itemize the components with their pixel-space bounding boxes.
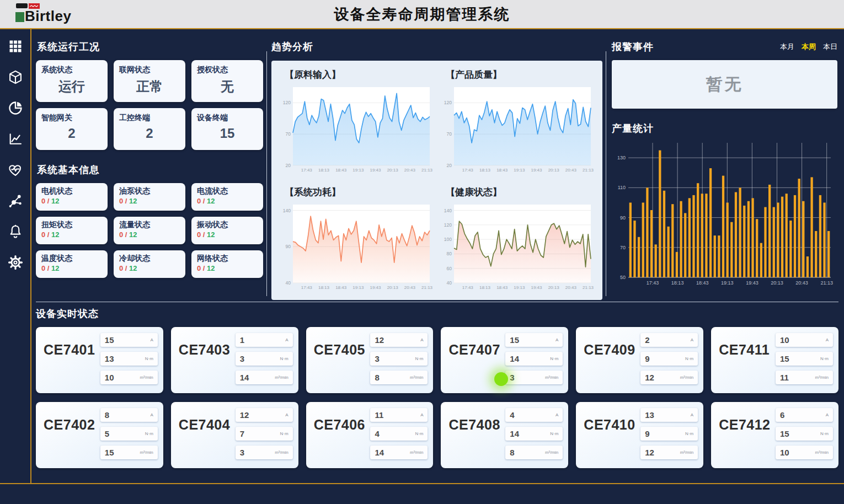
- svg-text:20:43: 20:43: [404, 168, 416, 173]
- system-status-title: 系统运行工况: [37, 40, 263, 53]
- device-card[interactable]: CE7412 6 A 15 N·m 10 m³/min: [711, 402, 838, 468]
- metric-row: 14 N·m: [505, 352, 563, 366]
- device-name: CE7412: [719, 417, 770, 463]
- device-metrics: 6 A 15 N·m 10 m³/min: [776, 408, 833, 463]
- trend-chart-plot: 409014017:4318:1318:4319:1319:4320:1320:…: [278, 201, 434, 292]
- metric-row: 5 N·m: [100, 427, 158, 441]
- status-card-label: 设备终端: [197, 113, 258, 123]
- metric-row: 14 m³/min: [236, 371, 293, 384]
- trend-chart-title: 【健康状态】: [446, 186, 596, 199]
- metric-unit: A: [826, 412, 829, 417]
- nav-line-chart-icon[interactable]: [7, 131, 24, 147]
- metric-value: 3: [240, 354, 244, 363]
- nav-apps-grid-icon[interactable]: [7, 38, 24, 55]
- device-card[interactable]: CE7409 2 A 9 N·m 12 m³/min: [576, 327, 703, 393]
- basic-info-grid: 电机状态 0 / 12 油泵状态 0 / 12 电流状态 0 / 12 扭矩状态…: [36, 183, 263, 278]
- svg-text:19:43: 19:43: [370, 285, 381, 290]
- metric-value: 10: [780, 335, 789, 345]
- info-card: 流量状态 0 / 12: [114, 217, 185, 244]
- trend-chart-plot: 40608010012014017:4318:1318:4319:1319:43…: [439, 201, 595, 292]
- metric-unit: N·m: [550, 431, 558, 436]
- svg-text:19:13: 19:13: [352, 168, 364, 173]
- status-card: 联网状态 正常: [114, 60, 185, 102]
- device-name: CE7411: [719, 342, 770, 388]
- metric-unit: N·m: [145, 431, 153, 436]
- total-count: 12: [129, 264, 137, 272]
- metric-value: 4: [375, 429, 379, 438]
- metric-row: 14 m³/min: [370, 446, 428, 459]
- production-title: 产量统计: [612, 122, 837, 135]
- nav-network-nodes-icon[interactable]: [7, 192, 24, 209]
- metric-unit: N·m: [415, 431, 423, 436]
- alarm-tab[interactable]: 本周: [802, 42, 816, 52]
- metric-unit: A: [150, 337, 153, 342]
- svg-text:21:13: 21:13: [820, 280, 833, 286]
- metric-value: 7: [240, 429, 244, 438]
- metric-value: 12: [645, 448, 654, 457]
- nav-settings-gear-icon[interactable]: [7, 254, 24, 271]
- device-card[interactable]: CE7401 15 A 13 N·m 10 m³/min: [36, 327, 163, 393]
- metric-row: 12 A: [370, 333, 428, 347]
- metric-value: 10: [780, 448, 789, 457]
- nav-bell-icon[interactable]: [7, 223, 24, 240]
- metric-row: 3 N·m: [236, 352, 293, 366]
- trend-chart-4: 【健康状态】 40608010012014017:4318:1318:4319:…: [437, 185, 598, 294]
- alarm-tab[interactable]: 本日: [823, 42, 837, 52]
- device-card[interactable]: CE7407 15 A 14 N·m 3 m³/min: [441, 327, 568, 393]
- status-card-label: 系统状态: [41, 65, 102, 75]
- info-card-label: 温度状态: [41, 254, 102, 264]
- metric-value: 14: [510, 429, 519, 438]
- vertical-divider: [606, 51, 606, 296]
- metric-unit: m³/min: [275, 450, 288, 455]
- svg-text:50: 50: [620, 275, 626, 280]
- device-card[interactable]: CE7406 11 A 4 N·m 14 m³/min: [306, 402, 434, 468]
- device-metrics: 8 A 5 N·m 15 m³/min: [100, 408, 158, 463]
- svg-text:18:43: 18:43: [496, 168, 508, 173]
- info-card: 网络状态 0 / 12: [191, 250, 263, 278]
- svg-text:18:43: 18:43: [335, 168, 347, 173]
- svg-text:21:13: 21:13: [421, 285, 433, 290]
- info-card-label: 油泵状态: [119, 186, 180, 196]
- nav-pie-chart-icon[interactable]: [7, 100, 24, 116]
- device-card[interactable]: CE7402 8 A 5 N·m 15 m³/min: [36, 402, 163, 468]
- status-card-value: 正常: [119, 78, 180, 95]
- fault-count: 0 /: [197, 264, 205, 272]
- metric-row: 3 N·m: [370, 352, 428, 366]
- info-card-value: 0 / 12: [197, 197, 258, 205]
- nav-cube-3d-icon[interactable]: [7, 69, 24, 85]
- vertical-divider: [266, 51, 267, 296]
- svg-text:18:43: 18:43: [696, 280, 709, 286]
- status-card: 智能网关 2: [36, 108, 108, 150]
- svg-text:19:43: 19:43: [370, 168, 381, 173]
- device-card[interactable]: CE7408 4 A 14 N·m 8 m³/min: [441, 402, 568, 468]
- total-count: 12: [129, 230, 137, 239]
- info-card-value: 0 / 12: [119, 264, 180, 272]
- info-card: 扭矩状态 0 / 12: [36, 217, 108, 244]
- metric-unit: m³/min: [815, 375, 829, 380]
- app-root: Birtley 设备全寿命周期管理系统: [0, 0, 844, 504]
- device-card[interactable]: CE7411 10 A 15 N·m 11 m³/min: [711, 327, 838, 393]
- device-card[interactable]: CE7404 12 A 7 N·m 3 m³/min: [171, 402, 298, 468]
- svg-text:18:43: 18:43: [335, 285, 347, 290]
- metric-row: 3 m³/min: [236, 446, 293, 459]
- device-metrics: 12 A 3 N·m 8 m³/min: [370, 333, 428, 388]
- metric-value: 13: [105, 354, 114, 363]
- metric-unit: A: [826, 337, 829, 342]
- birtley-logo: Birtley: [15, 3, 71, 22]
- device-card[interactable]: CE7405 12 A 3 N·m 8 m³/min: [306, 327, 434, 393]
- metric-row: 11 m³/min: [776, 371, 833, 384]
- production-bar-chart: 17:4318:1318:4319:1319:4320:1320:4321:13…: [612, 138, 835, 288]
- trend-title: 趋势分析: [271, 40, 602, 53]
- svg-text:19:13: 19:13: [514, 285, 525, 290]
- alarm-tab[interactable]: 本月: [780, 42, 794, 52]
- nav-health-heart-icon[interactable]: [7, 162, 24, 178]
- system-status-grid: 系统状态 运行 联网状态 正常 授权状态 无 智能网关 2 工控终端 2 设备终…: [36, 60, 263, 150]
- device-card[interactable]: CE7403 1 A 3 N·m 14 m³/min: [171, 327, 298, 393]
- metric-unit: A: [555, 337, 558, 342]
- metric-value: 9: [645, 429, 649, 438]
- device-card[interactable]: CE7410 13 A 9 N·m 12 m³/min: [576, 402, 703, 468]
- info-card-value: 0 / 12: [41, 264, 102, 272]
- info-card-label: 扭矩状态: [41, 220, 102, 230]
- svg-text:17:43: 17:43: [647, 280, 659, 286]
- device-name: CE7403: [179, 342, 230, 388]
